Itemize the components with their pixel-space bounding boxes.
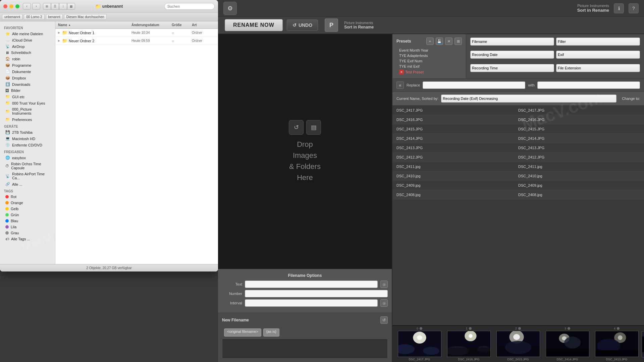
sidebar-item-robin-capsule[interactable]: ⏱Robin Ochss Time Capsule — [1, 161, 54, 171]
sidebar-item-tag-grau[interactable]: Grau — [1, 230, 54, 236]
thumbnail-item[interactable]: 3 DSC_2414.JPG — [543, 327, 592, 361]
minimize-button[interactable] — [9, 4, 13, 8]
list-item[interactable]: DSC_2409.jpg DSC_2409.jpg — [392, 181, 644, 190]
fullscreen-button[interactable] — [15, 4, 19, 8]
thumbnail-item[interactable]: 1 DSC_2416.JPG — [444, 327, 493, 361]
sidebar-item-pi[interactable]: 📁000_Picture Instruments — [1, 106, 54, 116]
list-item[interactable]: DSC_2410.jpg DSC_2410.jpg — [392, 171, 644, 181]
token-original-filename[interactable]: <original filename> — [224, 328, 261, 337]
preset-item-tye-mit-exif[interactable]: TYE mit Exif — [396, 64, 462, 69]
sidebar-item-trust[interactable]: 📁000 Trust Your Eyes — [1, 100, 54, 106]
sidebar-item-all-files[interactable]: ⭐Alle meine Dateien — [1, 31, 54, 37]
interval-option-btn[interactable]: ◎ — [380, 299, 388, 307]
column-view-button[interactable]: ⫶ — [59, 3, 67, 10]
drop-zone[interactable]: ↺ ▤ DropImages& FoldersHere — [218, 34, 392, 269]
sidebar-item-tag-rot[interactable]: Rot — [1, 194, 54, 200]
info-button[interactable]: ℹ — [614, 3, 624, 13]
sidebar-item-desktop[interactable]: 🖥Schreibtisch — [1, 50, 54, 56]
list-item[interactable]: DSC_2417.JPG DSC_2417.JPG — [392, 106, 644, 115]
gallery-view-button[interactable]: ▦ — [67, 3, 75, 10]
close-button[interactable] — [3, 4, 7, 8]
sidebar-item-toshiba[interactable]: 💾2TB Toshiba — [1, 129, 54, 135]
path-button-search[interactable]: Diesen Mac durchsuchen — [64, 14, 107, 20]
preset-item-event[interactable]: Event Month Year — [396, 48, 462, 53]
thumbnail-item[interactable]: 5 DSC_2412.JPG — [642, 327, 644, 361]
preset-add-btn[interactable]: + — [426, 38, 434, 45]
sidebar-item-pictures[interactable]: 🖼Bilder — [1, 87, 54, 94]
preset-item-tye-adapter[interactable]: TYE Adaptertests — [396, 53, 462, 58]
sidebar-item-gui[interactable]: 📁GUI etc — [1, 94, 54, 100]
help-button[interactable]: ? — [629, 3, 639, 13]
list-item[interactable]: DSC_2411.jpg DSC_2411.jpg — [392, 162, 644, 171]
sidebar-item-icloud[interactable]: ☁️iCloud Drive — [1, 37, 54, 43]
sidebar-item-alle[interactable]: 🔗Alle ... — [1, 181, 54, 187]
forward-button[interactable]: › — [32, 3, 40, 10]
text-option-btn[interactable]: ◎ — [380, 281, 388, 288]
sidebar-item-tag-blau[interactable]: Blau — [1, 218, 54, 224]
size-column-header[interactable]: Größe — [172, 23, 192, 27]
sort-dropdown[interactable]: Recording Date (Exif) Decreasing — [441, 95, 616, 103]
replace-arrow-btn[interactable]: « — [396, 81, 404, 89]
recording-date-dropdown[interactable]: Recording Date — [470, 51, 554, 59]
back-button[interactable]: ‹ — [23, 3, 31, 10]
list-item[interactable]: DSC_2408.jpg DSC_2408.jpg — [392, 190, 644, 199]
preset-delete-btn[interactable]: ✕ — [445, 38, 452, 45]
sidebar-item-all-tags[interactable]: 🏷Alle Tags ... — [1, 236, 54, 242]
filename-dropdown-row: Filename — [470, 38, 554, 49]
sidebar-item-easybox[interactable]: 🌐easybox — [1, 155, 54, 161]
number-input[interactable] — [245, 290, 388, 297]
table-row[interactable]: ▶ 📁 Neuer Ordner 1 Heute 10:34 -- Ordner — [55, 29, 218, 37]
path-button-unbenannt[interactable]: unbenannt — [2, 14, 22, 20]
interval-input[interactable]: 1 — [245, 299, 378, 307]
list-view-button[interactable]: ☰ — [51, 3, 59, 10]
thumbnail-item[interactable]: 0 DSC_2417.JP — [395, 327, 444, 361]
list-item[interactable]: DSC_2416.JPG DSC_2416.JPG — [392, 115, 644, 124]
statusbar: 2 Objekte, 20,27 GB verfügbar — [0, 264, 218, 272]
sidebar-item-tag-orange[interactable]: Orange — [1, 200, 54, 206]
sidebar-item-downloads[interactable]: ⬇️Downloads — [1, 81, 54, 87]
sidebar-item-prefs[interactable]: 📁Preferences — [1, 116, 54, 123]
list-item[interactable]: DSC_2412.JPG DSC_2412.JPG — [392, 153, 644, 162]
sidebar-item-tag-gelb[interactable]: Gelb — [1, 206, 54, 212]
filename-dropdown[interactable]: Filename — [470, 38, 554, 46]
search-input[interactable] — [164, 3, 215, 10]
name-column-header[interactable]: Name ▲ — [58, 23, 131, 27]
date-column-header[interactable]: Änderungsdatum — [131, 23, 172, 27]
preset-grid-btn[interactable]: ⊞ — [454, 38, 462, 45]
thumbnail-item[interactable]: 2 DSC_2415.JPG — [494, 327, 542, 361]
list-item[interactable]: DSC_2413.JPG DSC_2413.JPG — [392, 143, 644, 153]
text-input[interactable] — [245, 281, 378, 288]
sidebar-item-apps[interactable]: 📦Programme — [1, 62, 54, 68]
sidebar-item-dvd[interactable]: 💿Entfernte CD/DVD — [1, 142, 54, 148]
token-as-is[interactable]: {as is} — [263, 328, 279, 337]
with-input[interactable] — [537, 81, 640, 89]
thumbnail-item[interactable]: 4 DSC_2413.JPG — [592, 327, 641, 361]
gear-button[interactable]: ⚙ — [223, 2, 237, 15]
replace-input[interactable] — [423, 81, 525, 89]
kind-column-header[interactable]: Art — [192, 23, 215, 27]
path-button-lomo[interactable]: 00 Lomo 2 — [24, 14, 44, 20]
sidebar-item-robins-airport[interactable]: 📡Robins AirPort Time Ca... — [1, 171, 54, 181]
new-filename-reset-btn[interactable]: ↺ — [380, 316, 388, 324]
sidebar-item-mac-hd[interactable]: 💻Macintosh HD — [1, 135, 54, 142]
sidebar-item-airdrop[interactable]: 📡AirDrop — [1, 43, 54, 50]
preset-save-btn[interactable]: 💾 — [436, 38, 443, 45]
file-ext-dropdown[interactable]: File Extension — [556, 64, 640, 72]
undo-button[interactable]: ↺ UNDO — [287, 19, 318, 31]
rename-now-button[interactable]: RENAME NOW — [225, 19, 283, 31]
list-item[interactable]: DSC_2415.JPG DSC_2415.JPG — [392, 124, 644, 134]
recording-time-dropdown[interactable]: Recording Time — [470, 64, 554, 72]
list-item[interactable]: DSC_2414.JPG DSC_2414.JPG — [392, 134, 644, 143]
sidebar-item-home[interactable]: 🏠robin — [1, 56, 54, 62]
table-row[interactable]: ▶ 📁 Neuer Ordner 2 Heute 09:59 -- Ordner — [55, 37, 218, 45]
icon-view-button[interactable]: ⊞ — [43, 3, 51, 10]
preset-item-test[interactable]: ✕ Test Preset — [396, 69, 462, 75]
exif-dropdown[interactable]: Exif — [556, 51, 640, 59]
sidebar-item-tag-gruen[interactable]: Grün — [1, 212, 54, 218]
sidebar-item-tag-lila[interactable]: Lila — [1, 224, 54, 230]
sidebar-item-docs[interactable]: 📄Dokumente — [1, 68, 54, 75]
filler-dropdown[interactable]: Filler — [556, 38, 640, 46]
sidebar-item-dropbox[interactable]: 📦Dropbox — [1, 75, 54, 81]
path-button-benannt[interactable]: benannt — [46, 14, 63, 20]
preset-item-tye-exif[interactable]: TYE Exif Num — [396, 58, 462, 64]
